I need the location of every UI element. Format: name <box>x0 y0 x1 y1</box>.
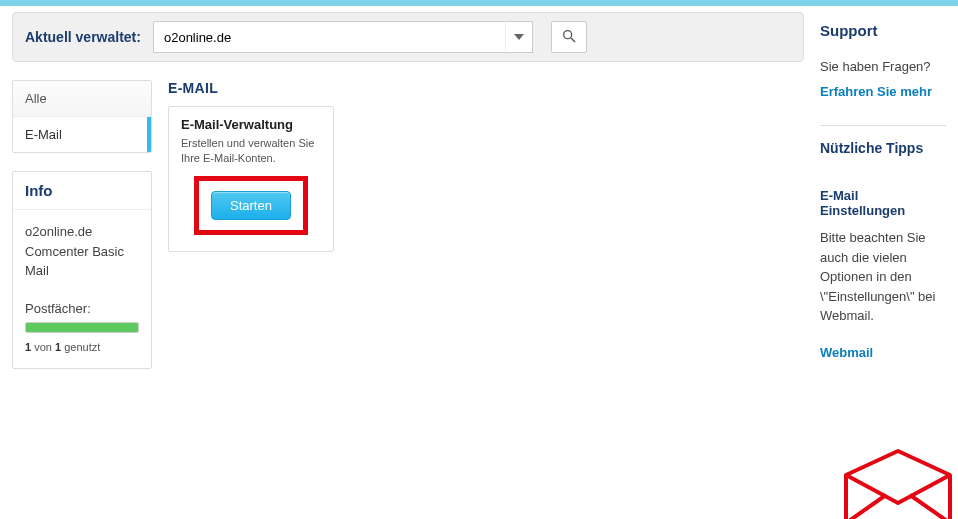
domain-dropdown-toggle[interactable] <box>505 21 533 53</box>
svg-line-2 <box>846 495 886 519</box>
info-heading: Info <box>13 172 151 210</box>
start-button[interactable]: Starten <box>211 191 291 220</box>
section-title-email: E-MAIL <box>168 80 804 96</box>
highlight-frame: Starten <box>194 176 308 235</box>
support-question: Sie haben Fragen? <box>820 57 946 77</box>
tips-heading: Nützliche Tipps <box>820 140 946 156</box>
postfach-progress <box>25 322 139 333</box>
svg-line-1 <box>571 38 575 42</box>
domain-selector[interactable] <box>153 21 533 53</box>
svg-point-0 <box>564 30 572 38</box>
email-management-card: E-Mail-Verwaltung Erstellen und verwalte… <box>168 106 334 252</box>
postfach-label: Postfächer: <box>25 299 139 319</box>
card-title: E-Mail-Verwaltung <box>181 117 321 132</box>
svg-line-3 <box>910 495 950 519</box>
webmail-link[interactable]: Webmail <box>820 344 873 363</box>
domain-input[interactable] <box>153 21 505 53</box>
tab-alle[interactable]: Alle <box>13 81 151 117</box>
tips-text: Bitte beachten Sie auch die vielen Optio… <box>820 228 946 326</box>
search-icon <box>561 28 577 47</box>
header-bar: Aktuell verwaltet: <box>12 12 804 62</box>
card-description: Erstellen und verwalten Sie Ihre E-Mail-… <box>181 136 321 166</box>
postfach-usage: 1 von 1 genutzt <box>25 339 139 356</box>
info-plan: Comcenter Basic Mail <box>25 242 139 281</box>
category-tabs: Alle E-Mail <box>12 80 152 153</box>
postfach-progress-fill <box>26 323 138 332</box>
envelope-icon <box>838 447 958 519</box>
header-label: Aktuell verwaltet: <box>25 29 141 45</box>
support-learn-more-link[interactable]: Erfahren Sie mehr <box>820 83 932 102</box>
info-panel: Info o2online.de Comcenter Basic Mail Po… <box>12 171 152 369</box>
tips-subheading: E-Mail Einstellungen <box>820 188 946 218</box>
search-button[interactable] <box>551 21 587 53</box>
info-domain: o2online.de <box>25 222 139 242</box>
tab-email[interactable]: E-Mail <box>13 117 151 152</box>
support-heading: Support <box>820 22 946 39</box>
chevron-down-icon <box>514 34 524 40</box>
